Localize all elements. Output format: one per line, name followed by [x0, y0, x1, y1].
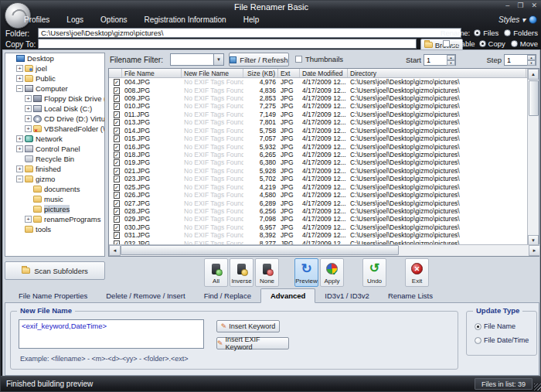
- tree-item-vbsharedfolder-vboxsvr-z[interactable]: +VBSharedFolder (\\vboxsvr) (Z: [5, 124, 104, 134]
- filter-refresh-button[interactable]: Filter / Refresh: [229, 53, 289, 66]
- row-checkbox[interactable]: ✓: [114, 224, 120, 231]
- tab-advanced[interactable]: Advanced: [260, 288, 315, 303]
- row-checkbox[interactable]: ✓: [114, 159, 120, 166]
- undo-button[interactable]: ↺Undo: [362, 258, 386, 287]
- tab-delete-remove-insert[interactable]: Delete / Remove / Insert: [97, 289, 194, 302]
- row-checkbox[interactable]: ✓: [114, 87, 120, 94]
- tree-item-music[interactable]: music: [5, 194, 104, 204]
- tree-item-desktop[interactable]: Desktop: [5, 53, 104, 63]
- scroll-left-icon[interactable]: ◄: [109, 245, 121, 256]
- tree-item-recycle-bin[interactable]: Recycle Bin: [5, 154, 104, 164]
- minimize-button[interactable]: –: [505, 2, 509, 9]
- tree-expander-icon[interactable]: +: [16, 65, 23, 72]
- spin-down-icon[interactable]: ▼: [527, 60, 536, 66]
- rename-radio-files[interactable]: [474, 29, 481, 36]
- tree-expander-icon[interactable]: +: [25, 105, 32, 112]
- tree-item-documents[interactable]: documents: [5, 184, 104, 194]
- tree-item-renameprograms[interactable]: +renamePrograms: [5, 214, 104, 224]
- column-header-file-name[interactable]: File Name: [122, 69, 182, 77]
- row-checkbox[interactable]: ✓: [114, 192, 120, 199]
- copyto-input[interactable]: [38, 39, 417, 49]
- table-row[interactable]: ✓018.JPGNo EXIF Tags Found6,265JPG4/17/2…: [109, 151, 529, 159]
- menu-item-help[interactable]: Help: [243, 15, 260, 24]
- table-row[interactable]: ✓011.JPGNo EXIF Tags Found7,149JPG4/17/2…: [109, 111, 529, 118]
- horizontal-scrollbar-track[interactable]: [399, 245, 529, 256]
- vertical-scrollbar[interactable]: ▲ ▼: [527, 69, 539, 246]
- chevron-down-icon[interactable]: ▼: [213, 54, 223, 65]
- table-row[interactable]: ✓015.JPGNo EXIF Tags Found7,057JPG4/17/2…: [109, 135, 529, 142]
- exit-button[interactable]: Exit: [405, 258, 429, 287]
- tree-expander-icon[interactable]: −: [16, 85, 23, 92]
- thumbnails-checkbox[interactable]: [295, 56, 302, 63]
- apply-button[interactable]: Apply: [320, 258, 344, 287]
- none-button[interactable]: None: [255, 258, 279, 287]
- help-orb-icon[interactable]: [529, 15, 537, 24]
- table-row[interactable]: ✓014.JPGNo EXIF Tags Found5,758JPG4/17/2…: [109, 127, 529, 135]
- column-header-new-file-name[interactable]: New File Name: [182, 69, 243, 77]
- column-header-date-modified[interactable]: Date Modified: [300, 69, 348, 77]
- row-checkbox[interactable]: ✓: [114, 79, 120, 86]
- tree-item-computer[interactable]: −Computer: [5, 84, 104, 94]
- update-type-radio-file-date-time[interactable]: [475, 337, 481, 344]
- tab-find-replace[interactable]: Find / Replace: [195, 289, 260, 302]
- menu-item-options[interactable]: Options: [100, 15, 127, 24]
- tree-expander-icon[interactable]: −: [16, 176, 23, 182]
- close-button[interactable]: ✕: [531, 2, 537, 9]
- tree-item-control-panel[interactable]: +Control Panel: [5, 144, 104, 154]
- tab-file-name-properties[interactable]: File Name Properties: [9, 289, 97, 302]
- table-row[interactable]: ✓027.JPGNo EXIF Tags Found6,289JPG4/17/2…: [109, 199, 529, 206]
- tree-expander-icon[interactable]: +: [25, 125, 32, 132]
- tree-item-gizmo[interactable]: −gizmo: [5, 174, 104, 184]
- copymove-radio-copy[interactable]: [479, 40, 486, 47]
- new-file-name-textarea[interactable]: <exif_keyword,DateTime>: [19, 319, 204, 349]
- tree-expander-icon[interactable]: +: [16, 145, 23, 152]
- horizontal-scrollbar-thumb[interactable]: [121, 245, 399, 255]
- menu-item-logs[interactable]: Logs: [66, 15, 83, 24]
- tree-item-finished[interactable]: +finished: [5, 164, 104, 174]
- spin-up-icon[interactable]: ▲: [447, 55, 455, 60]
- table-row[interactable]: ✓004.JPGNo EXIF Tags Found4,976JPG4/17/2…: [109, 78, 529, 86]
- column-header-size-kb[interactable]: Size (KB): [243, 69, 278, 77]
- folder-input[interactable]: [38, 28, 461, 38]
- tree-expander-icon[interactable]: +: [25, 95, 32, 102]
- table-row[interactable]: ✓010.JPGNo EXIF Tags Found7,275JPG4/17/2…: [109, 102, 529, 110]
- table-row[interactable]: ✓016.JPGNo EXIF Tags Found5,932JPG4/17/2…: [109, 142, 529, 150]
- row-checkbox[interactable]: ✓: [114, 168, 120, 175]
- table-row[interactable]: ✓009.JPGNo EXIF Tags Found2,853JPG4/17/2…: [109, 94, 529, 102]
- scroll-right-icon[interactable]: ►: [529, 245, 540, 256]
- column-header-checkbox[interactable]: [109, 69, 122, 77]
- insert-exif-keyword-button[interactable]: ✎ Insert EXIF Keyword: [216, 337, 289, 349]
- row-checkbox[interactable]: ✓: [114, 103, 120, 110]
- enable-checkbox[interactable]: [443, 40, 450, 47]
- table-row[interactable]: ✓031.JPGNo EXIF Tags Found8,392JPG4/17/2…: [109, 231, 529, 239]
- row-checkbox[interactable]: ✓: [114, 152, 120, 159]
- preview-button[interactable]: ↻Preview: [294, 258, 318, 287]
- all-button[interactable]: All: [204, 258, 228, 287]
- tree-expander-icon[interactable]: +: [16, 165, 23, 172]
- table-row[interactable]: ✓026.JPGNo EXIF Tags Found4,580JPG4/17/2…: [109, 191, 529, 199]
- vertical-scrollbar-thumb[interactable]: [529, 80, 539, 116]
- column-header-directory[interactable]: Directory: [348, 69, 526, 77]
- row-checkbox[interactable]: ✓: [114, 176, 120, 182]
- tree-expander-icon[interactable]: +: [16, 75, 23, 82]
- row-checkbox[interactable]: ✓: [114, 232, 120, 239]
- spin-down-icon[interactable]: ▼: [447, 60, 455, 66]
- tree-item-tools[interactable]: tools: [5, 224, 104, 234]
- row-checkbox[interactable]: ✓: [114, 208, 120, 215]
- table-row[interactable]: ✓023.JPGNo EXIF Tags Found5,702JPG4/17/2…: [109, 175, 529, 182]
- table-row[interactable]: ✓019.JPGNo EXIF Tags Found6,380JPG4/17/2…: [109, 159, 529, 166]
- filename-filter-combobox[interactable]: ▼: [170, 53, 224, 66]
- menu-item-registration-information[interactable]: Registration Information: [145, 15, 226, 24]
- row-checkbox[interactable]: ✓: [114, 95, 120, 102]
- tree-item-floppy-disk-drive-a[interactable]: +Floppy Disk Drive (A:): [5, 94, 104, 104]
- table-row[interactable]: ✓028.JPGNo EXIF Tags Found6,256JPG4/17/2…: [109, 207, 529, 215]
- rename-radio-folders[interactable]: [504, 29, 511, 36]
- row-checkbox[interactable]: ✓: [114, 200, 120, 207]
- row-checkbox[interactable]: ✓: [114, 135, 120, 142]
- inverse-button[interactable]: Inverse: [230, 258, 253, 287]
- tree-expander-icon[interactable]: +: [25, 216, 32, 223]
- scan-subfolders-button[interactable]: Scan Subfolders: [5, 261, 105, 280]
- tab-rename-lists[interactable]: Rename Lists: [379, 289, 442, 302]
- row-checkbox[interactable]: ✓: [114, 111, 120, 118]
- update-type-radio-file-name[interactable]: [475, 323, 481, 330]
